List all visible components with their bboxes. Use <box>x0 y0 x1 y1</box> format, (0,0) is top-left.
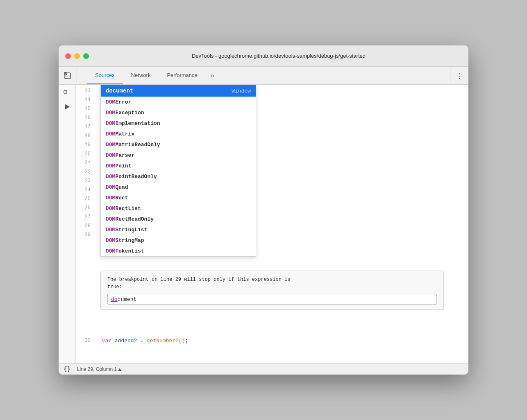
sidebar-play-icon[interactable] <box>61 101 73 113</box>
toolbar-left <box>59 67 77 84</box>
code-line-30: 30 var addend2 = getNumber2(); <box>76 336 468 345</box>
traffic-lights <box>65 53 89 59</box>
more-tabs-button[interactable]: » <box>206 67 219 84</box>
inspector-icon[interactable] <box>64 72 72 80</box>
autocomplete-selected-item[interactable]: document Window <box>101 85 256 97</box>
breakpoint-tooltip-text: The breakpoint on line 29 will stop only… <box>107 276 437 291</box>
autocomplete-item-1[interactable]: DOMException <box>101 107 256 118</box>
status-left: {} Line 29, Column 1 <box>64 366 117 373</box>
toolbar: Sources Network Performance » ⋮ <box>59 67 468 85</box>
autocomplete-item-0[interactable]: DOMError <box>101 97 256 107</box>
tab-bar: Sources Network Performance » <box>77 67 450 84</box>
code-editor[interactable]: document Window DOMError DOMException DO… <box>76 85 468 363</box>
toolbar-right: ⋮ <box>450 67 468 84</box>
status-right: ▲ <box>117 366 123 373</box>
status-arrow-icon[interactable]: ▲ <box>117 366 123 373</box>
autocomplete-item-13[interactable]: DOMStringMap <box>101 235 256 246</box>
breakpoint-input[interactable]: document <box>111 296 136 303</box>
autocomplete-item-2[interactable]: DOMImplementation <box>101 118 256 129</box>
breakpoint-input-wrapper[interactable]: document <box>107 294 437 305</box>
tab-network[interactable]: Network <box>123 67 159 84</box>
menu-icon[interactable]: ⋮ <box>455 72 463 80</box>
autocomplete-item-11[interactable]: DOMRectReadOnly <box>101 214 256 224</box>
autocomplete-item-10[interactable]: DOMRectList <box>101 203 256 214</box>
window-title: DevTools - googlechrome.github.io/devtoo… <box>95 53 462 59</box>
pretty-print-button[interactable]: {} <box>64 366 70 373</box>
autocomplete-selected-text: document <box>106 88 232 94</box>
maximize-button[interactable] <box>83 53 89 59</box>
close-button[interactable] <box>65 53 71 59</box>
svg-marker-4 <box>65 104 70 110</box>
title-bar: DevTools - googlechrome.github.io/devtoo… <box>59 45 468 67</box>
autocomplete-item-3[interactable]: DOMMatrix <box>101 129 256 139</box>
content-area: document Window DOMError DOMException DO… <box>59 85 468 363</box>
autocomplete-item-5[interactable]: DOMParser <box>101 150 256 160</box>
tab-performance[interactable]: Performance <box>159 67 205 84</box>
autocomplete-item-4[interactable]: DOMMatrixReadOnly <box>101 139 256 150</box>
minimize-button[interactable] <box>74 53 80 59</box>
autocomplete-item-9[interactable]: DOMRect <box>101 192 256 203</box>
tab-sources[interactable]: Sources <box>87 67 123 84</box>
autocomplete-item-12[interactable]: DOMStringList <box>101 224 256 235</box>
autocomplete-item-7[interactable]: DOMPointReadOnly <box>101 171 256 182</box>
autocomplete-dropdown[interactable]: document Window DOMError DOMException DO… <box>100 85 256 257</box>
autocomplete-item-8[interactable]: DOMQuad <box>101 182 256 192</box>
sidebar-inspector-icon[interactable] <box>61 88 73 99</box>
cursor-position: Line 29, Column 1 <box>77 366 117 372</box>
autocomplete-selected-type: Window <box>232 88 251 94</box>
svg-rect-3 <box>64 90 67 93</box>
devtools-window: DevTools - googlechrome.github.io/devtoo… <box>59 45 468 375</box>
autocomplete-item-14[interactable]: DOMTokenList <box>101 246 256 256</box>
autocomplete-item-6[interactable]: DOMPoint <box>101 160 256 171</box>
status-bar: {} Line 29, Column 1 ▲ <box>59 363 468 375</box>
code-line-30-wrapper: 30 var addend2 = getNumber2(); <box>76 336 468 345</box>
sidebar <box>59 85 76 363</box>
breakpoint-tooltip: The breakpoint on line 29 will stop only… <box>100 271 444 310</box>
play-icon[interactable] <box>77 67 87 75</box>
